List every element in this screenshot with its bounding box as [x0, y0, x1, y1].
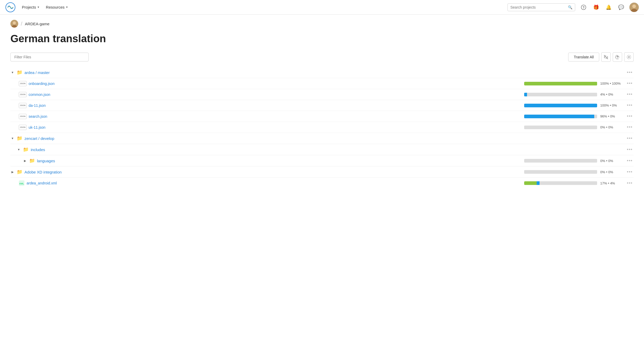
file-onboarding-more[interactable]: ••• — [626, 81, 634, 86]
progress-bar-wrap — [524, 181, 597, 185]
json-badge-onboarding: JSON — [19, 81, 27, 86]
page-title: German translation — [0, 30, 644, 52]
progress-gray — [524, 126, 597, 129]
progress-bar-wrap — [524, 170, 597, 174]
file-common: JSON common.json 4% • 0% ••• — [10, 89, 634, 100]
svg-point-10 — [628, 57, 630, 58]
folder-includes: ▼ 📁 includes ••• — [10, 144, 634, 155]
svg-text:?: ? — [583, 5, 585, 9]
progress-gray — [524, 170, 597, 174]
progress-languages: 0% • 0% — [524, 159, 624, 163]
cloud-icon[interactable] — [613, 52, 622, 62]
folder-icon-includes: 📁 — [23, 147, 29, 152]
progress-bar-wrap — [524, 159, 597, 163]
progress-search: 96% • 0% — [524, 114, 624, 118]
chevron-expand-zencart[interactable]: ▼ — [10, 136, 15, 140]
folder-icon-ardea: 📁 — [17, 70, 22, 75]
file-onboarding: JSON onboarding.json 100% • 100% ••• — [10, 78, 634, 89]
progress-gray — [540, 181, 597, 185]
help-icon[interactable]: ? — [579, 3, 588, 11]
folder-adobe-more[interactable]: ••• — [626, 169, 634, 175]
folder-icon-languages: 📁 — [29, 158, 35, 164]
folder-name-languages[interactable]: languages — [37, 159, 522, 163]
progress-blue — [524, 93, 527, 96]
file-name-uk11[interactable]: uk-11.json — [29, 125, 522, 129]
projects-chevron: ▼ — [37, 6, 40, 9]
svg-text:XML: XML — [19, 182, 24, 185]
progress-common: 4% • 0% — [524, 92, 624, 96]
file-android: XML ardea_android.xml 17% • 4% ••• — [10, 177, 634, 189]
progress-gray — [527, 93, 597, 96]
progress-bar-wrap — [524, 93, 597, 96]
progress-blue — [524, 115, 594, 118]
folder-includes-more[interactable]: ••• — [626, 147, 634, 152]
folder-languages-more[interactable]: ••• — [626, 158, 634, 164]
breadcrumb-project[interactable]: ARDEA-game — [25, 22, 49, 26]
progress-blue — [524, 104, 597, 107]
progress-text-common: 4% • 0% — [600, 92, 624, 96]
folder-name-zencart[interactable]: zencart / develop — [24, 136, 624, 141]
progress-bar-wrap — [524, 82, 597, 85]
progress-text-da11: 100% • 0% — [600, 103, 624, 107]
projects-nav[interactable]: Projects ▼ — [22, 5, 40, 9]
file-search: JSON search.json 96% • 0% ••• — [10, 111, 634, 122]
file-name-android[interactable]: ardea_android.xml — [27, 181, 522, 185]
progress-text-android: 17% • 4% — [600, 181, 624, 185]
file-name-common[interactable]: common.json — [29, 92, 522, 97]
navbar-right: 🔍 ? 🎁 🔔 💬 — [507, 3, 639, 12]
logo[interactable] — [5, 2, 16, 13]
progress-text-languages: 0% • 0% — [600, 159, 624, 163]
progress-onboarding: 100% • 100% — [524, 82, 624, 85]
resources-chevron: ▼ — [66, 6, 68, 9]
resources-nav[interactable]: Resources ▼ — [46, 5, 68, 9]
navbar: Projects ▼ Resources ▼ 🔍 ? 🎁 🔔 💬 — [0, 0, 644, 15]
file-name-da11[interactable]: da-11.json — [29, 103, 522, 108]
progress-uk11: 0% • 0% — [524, 125, 624, 129]
translate-all-button[interactable]: Translate All — [568, 53, 599, 61]
progress-bar-wrap — [524, 115, 597, 118]
search-icon[interactable]: 🔍 — [568, 5, 572, 9]
file-android-more[interactable]: ••• — [626, 181, 634, 186]
file-search-more[interactable]: ••• — [626, 114, 634, 119]
breadcrumb-separator: / — [21, 21, 22, 27]
android-icon: XML — [19, 180, 24, 186]
progress-adobe: 0% • 0% — [524, 170, 624, 174]
folder-ardea-master: ▼ 📁 ardea / master ••• — [10, 67, 634, 78]
file-name-search[interactable]: search.json — [29, 114, 522, 119]
hide-reviewed-icon[interactable] — [601, 52, 611, 62]
search-box: 🔍 — [507, 3, 575, 11]
progress-green — [524, 82, 597, 85]
chevron-expand-includes[interactable]: ▼ — [17, 147, 21, 152]
file-da11-more[interactable]: ••• — [626, 103, 634, 108]
chevron-expand-adobe[interactable]: ▶ — [10, 170, 15, 174]
progress-android: 17% • 4% — [524, 181, 624, 185]
progress-bar-wrap — [524, 126, 597, 129]
folder-languages: ▶ 📁 languages 0% • 0% ••• — [10, 155, 634, 166]
folder-zencart-more[interactable]: ••• — [626, 136, 634, 141]
progress-gray — [594, 115, 597, 118]
folder-name-ardea[interactable]: ardea / master — [24, 70, 624, 75]
file-uk11-more[interactable]: ••• — [626, 125, 634, 130]
search-input[interactable] — [510, 5, 568, 9]
filter-input[interactable] — [10, 53, 89, 61]
breadcrumb: / ARDEA-game — [0, 15, 644, 30]
progress-green — [524, 181, 537, 185]
file-list: ▼ 📁 ardea / master ••• JSON onboarding.j… — [0, 67, 644, 189]
file-common-more[interactable]: ••• — [626, 92, 634, 97]
user-avatar[interactable] — [629, 3, 639, 12]
folder-icon-adobe: 📁 — [17, 169, 22, 175]
file-uk11: JSON uk-11.json 0% • 0% ••• — [10, 122, 634, 133]
json-badge-uk11: JSON — [19, 125, 27, 130]
progress-text-onboarding: 100% • 100% — [600, 82, 624, 85]
file-name-onboarding[interactable]: onboarding.json — [29, 82, 522, 86]
folder-name-includes[interactable]: includes — [31, 147, 624, 152]
progress-text-search: 96% • 0% — [600, 114, 624, 118]
chevron-expand-languages[interactable]: ▶ — [23, 159, 27, 163]
settings-icon[interactable] — [624, 52, 634, 62]
folder-name-adobe[interactable]: Adobe XD integration — [24, 170, 522, 174]
chat-icon[interactable]: 💬 — [617, 3, 625, 11]
bell-icon[interactable]: 🔔 — [604, 3, 613, 11]
gift-icon[interactable]: 🎁 — [592, 3, 600, 11]
chevron-expand-ardea[interactable]: ▼ — [10, 70, 15, 75]
folder-ardea-more[interactable]: ••• — [626, 70, 634, 75]
